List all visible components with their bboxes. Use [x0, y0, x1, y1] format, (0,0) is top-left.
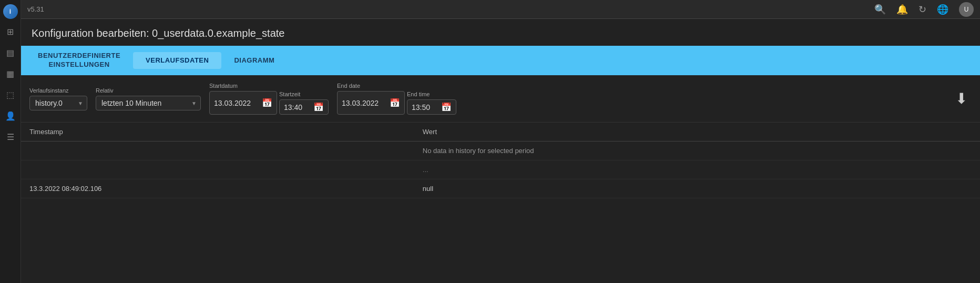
column-timestamp: Timestamp: [21, 123, 414, 142]
tab-settings[interactable]: BENUTZERDEFINIERTEEINSTELLUNGEN: [25, 47, 133, 74]
start-date-input-row: 📅: [209, 91, 277, 115]
column-wert: Wert: [414, 123, 980, 142]
dialog-title: Konfiguration bearbeiten: 0_userdata.0.e…: [21, 19, 980, 46]
app-version: v5.31: [27, 5, 44, 13]
dialog: Konfiguration bearbeiten: 0_userdata.0.e…: [21, 19, 980, 283]
start-datetime-group: Startdatum 📅 Startzeit 📅: [209, 83, 329, 115]
start-time-input-row: 📅: [279, 99, 329, 115]
main-content: v5.31 🔍 🔔 ↻ 🌐 U Konfiguration bearbeiten…: [21, 0, 980, 283]
table-row: ...: [21, 160, 980, 179]
start-date-input[interactable]: [214, 99, 259, 107]
topbar: v5.31 🔍 🔔 ↻ 🌐 U: [21, 0, 980, 19]
start-datetime-pair: 📅 Startzeit 📅: [209, 91, 329, 115]
row-value: No data in history for selected period: [414, 142, 980, 160]
table-header-row: Timestamp Wert: [21, 123, 980, 142]
refresh-icon[interactable]: ↻: [918, 4, 926, 15]
table-row: No data in history for selected period: [21, 142, 980, 160]
tab-diagram[interactable]: DIAGRAMM: [221, 52, 287, 69]
end-date-input[interactable]: [342, 99, 386, 107]
topbar-icons: 🔍 🔔 ↻ 🌐 U: [874, 2, 974, 17]
start-time-calendar-icon[interactable]: 📅: [313, 102, 324, 112]
end-time-input-row: 📅: [407, 99, 456, 115]
bell-icon[interactable]: 🔔: [896, 4, 908, 15]
data-table: Timestamp Wert No data in history for se…: [21, 123, 980, 198]
grid-icon[interactable]: ⊞: [2, 23, 19, 40]
end-date-calendar-icon[interactable]: 📅: [390, 98, 400, 108]
relative-select-wrapper: letzten 10 Minuten letzten 30 Minuten le…: [96, 96, 201, 110]
start-time-input[interactable]: [284, 103, 310, 112]
instance-select-wrapper: history.0 history.1 ▼: [29, 96, 87, 110]
row-timestamp: [21, 142, 414, 160]
tabs-bar: BENUTZERDEFINIERTEEINSTELLUNGEN VERLAUFS…: [21, 46, 980, 75]
sidebar: i ⊞ ▤ ▦ ⬚ 👤 ☰: [0, 0, 21, 283]
list-icon[interactable]: ☰: [2, 128, 19, 145]
row-timestamp: 13.3.2022 08:49:02.106: [21, 179, 414, 198]
app-logo: i: [3, 4, 18, 19]
controls-row: Verlaufsinstanz history.0 history.1 ▼ Re…: [21, 75, 980, 123]
relative-label: Relativ: [96, 87, 201, 94]
chart-icon[interactable]: ⬚: [2, 86, 19, 103]
end-time-calendar-icon[interactable]: 📅: [441, 102, 452, 112]
row-value: ...: [414, 160, 980, 179]
start-date-label: Startdatum: [209, 83, 329, 89]
tab-history[interactable]: VERLAUFSDATEN: [133, 52, 221, 69]
table-icon[interactable]: ▦: [2, 65, 19, 82]
end-date-input-row: 📅: [337, 91, 405, 115]
end-time-input[interactable]: [412, 103, 438, 112]
search-icon[interactable]: 🔍: [874, 4, 886, 15]
end-datetime-group: End date 📅 End time 📅: [337, 83, 456, 115]
table-container: Timestamp Wert No data in history for se…: [21, 123, 980, 283]
row-value: null: [414, 179, 980, 198]
relative-group: Relativ letzten 10 Minuten letzten 30 Mi…: [96, 87, 201, 110]
instance-group: Verlaufsinstanz history.0 history.1 ▼: [29, 87, 87, 110]
end-time-label: End time: [407, 91, 456, 97]
row-timestamp: [21, 160, 414, 179]
start-time-label: Startzeit: [279, 91, 329, 97]
end-datetime-pair: 📅 End time 📅: [337, 91, 456, 115]
globe-icon[interactable]: 🌐: [937, 4, 948, 15]
user-avatar[interactable]: U: [959, 2, 974, 17]
instance-select[interactable]: history.0 history.1: [29, 96, 87, 110]
download-button[interactable]: ⬇: [951, 88, 972, 109]
topbar-left: v5.31: [27, 5, 44, 13]
relative-select[interactable]: letzten 10 Minuten letzten 30 Minuten le…: [96, 96, 201, 110]
table-row: 13.3.2022 08:49:02.106 null: [21, 179, 980, 198]
start-date-calendar-icon[interactable]: 📅: [262, 98, 272, 108]
instance-label: Verlaufsinstanz: [29, 87, 87, 94]
person-icon[interactable]: 👤: [2, 107, 19, 124]
layers-icon[interactable]: ▤: [2, 44, 19, 61]
end-date-label: End date: [337, 83, 456, 89]
